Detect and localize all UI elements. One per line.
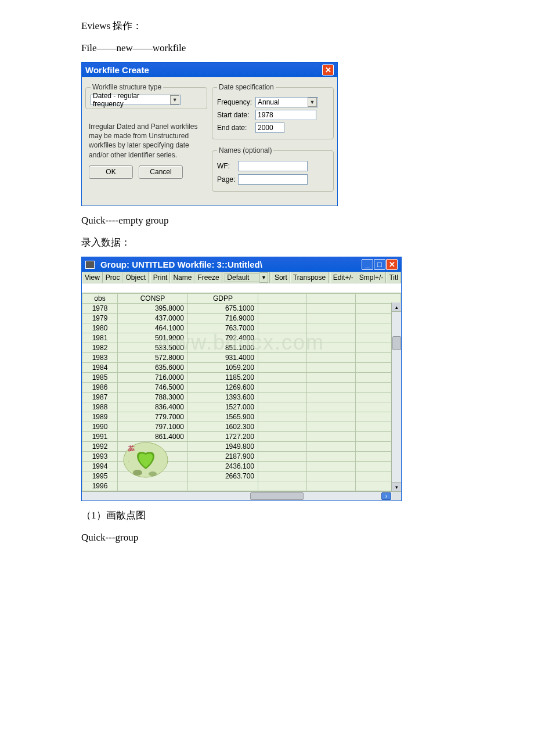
cell-obs[interactable]: 1995 [82,471,118,481]
cell-empty[interactable] [258,323,307,333]
wf-input[interactable] [238,161,308,171]
cell-empty[interactable] [258,314,307,323]
cell-consp[interactable]: 861.4000 [118,432,188,442]
cell-consp[interactable]: 464.1000 [118,323,188,333]
cell-empty[interactable] [258,412,307,422]
cell-obs[interactable]: 1987 [82,393,118,402]
cell-obs[interactable]: 1985 [82,373,118,383]
toolbar-titl[interactable]: Titl [386,272,401,283]
cancel-button[interactable]: Cancel [139,165,183,179]
ok-button[interactable]: OK [89,165,133,179]
cell-empty[interactable] [258,442,307,452]
cell-empty[interactable] [307,373,356,383]
scroll-up-icon[interactable]: ▴ [392,303,401,312]
cell-empty[interactable] [307,304,356,314]
edit-line[interactable] [82,283,401,293]
cell-empty[interactable] [307,442,356,452]
header-consp[interactable]: CONSP [118,294,188,304]
end-date-input[interactable] [255,123,284,133]
scroll-track[interactable] [392,312,401,482]
cell-obs[interactable]: 1988 [82,402,118,412]
hscroll-thumb[interactable] [250,492,304,500]
header-obs[interactable]: obs [82,294,118,304]
cell-empty[interactable] [258,462,307,471]
cell-consp[interactable]: 779.7000 [118,412,188,422]
cell-gdpp[interactable] [188,481,258,491]
close-icon[interactable]: ✕ [322,64,334,75]
cell-gdpp[interactable]: 931.4000 [188,353,258,363]
cell-empty[interactable] [258,452,307,462]
toolbar-proc[interactable]: Proc [103,272,123,283]
cell-empty[interactable] [258,363,307,373]
close-icon[interactable]: ✕ [386,259,398,270]
cell-empty[interactable] [307,383,356,393]
toolbar-view[interactable]: View [82,272,103,283]
cell-consp[interactable] [118,462,188,471]
start-date-input[interactable] [255,110,316,120]
toolbar-smpl[interactable]: Smpl+/- [356,272,387,283]
frequency-combo[interactable]: Annual ▼ [255,97,318,107]
cell-gdpp[interactable]: 1949.800 [188,442,258,452]
cell-consp[interactable]: 395.8000 [118,304,188,314]
cell-empty[interactable] [307,314,356,323]
toolbar-freeze[interactable]: Freeze [194,272,222,283]
page-input[interactable] [238,174,308,185]
cell-consp[interactable]: 797.1000 [118,422,188,432]
cell-empty[interactable] [307,452,356,462]
cell-gdpp[interactable]: 1527.000 [188,402,258,412]
cell-gdpp[interactable]: 1602.300 [188,422,258,432]
cell-empty[interactable] [258,432,307,442]
cell-empty[interactable] [307,402,356,412]
cell-consp[interactable]: 746.5000 [118,383,188,393]
toolbar-print[interactable]: Print [150,272,171,283]
cell-empty[interactable] [258,422,307,432]
cell-obs[interactable]: 1986 [82,383,118,393]
header-empty-1[interactable] [258,294,307,304]
cell-consp[interactable]: 788.3000 [118,393,188,402]
scroll-right-icon[interactable]: › [381,492,391,500]
minimize-icon[interactable]: _ [362,259,373,270]
toolbar-mode-combo[interactable]: Default ▼ [223,272,270,283]
cell-gdpp[interactable]: 851.1000 [188,343,258,353]
cell-gdpp[interactable]: 792.4000 [188,333,258,343]
cell-empty[interactable] [258,471,307,481]
toolbar-sort[interactable]: Sort [272,272,290,283]
cell-empty[interactable] [258,402,307,412]
vertical-scrollbar[interactable]: ▴ ▾ [391,303,401,491]
cell-gdpp[interactable]: 1185.200 [188,373,258,383]
scroll-down-icon[interactable]: ▾ [392,482,401,491]
cell-gdpp[interactable]: 2436.100 [188,462,258,471]
cell-empty[interactable] [258,304,307,314]
header-gdpp[interactable]: GDPP [188,294,258,304]
cell-gdpp[interactable]: 1565.900 [188,412,258,422]
scroll-thumb[interactable] [392,336,401,350]
cell-empty[interactable] [258,333,307,343]
cell-empty[interactable] [307,481,356,491]
cell-obs[interactable]: 1992 [82,442,118,452]
cell-gdpp[interactable]: 716.9000 [188,314,258,323]
cell-empty[interactable] [307,393,356,402]
cell-gdpp[interactable]: 2663.700 [188,471,258,481]
resize-corner[interactable] [392,491,401,501]
cell-empty[interactable] [258,343,307,353]
cell-consp[interactable]: 501.9000 [118,333,188,343]
cell-obs[interactable]: 1994 [82,462,118,471]
cell-gdpp[interactable]: 1269.600 [188,383,258,393]
header-empty-2[interactable] [307,294,356,304]
cell-consp[interactable]: 635.6000 [118,363,188,373]
cell-consp[interactable]: 572.8000 [118,353,188,363]
cell-obs[interactable]: 1982 [82,343,118,353]
cell-consp[interactable]: 716.0000 [118,373,188,383]
toolbar-transpose[interactable]: Transpose [290,272,329,283]
cell-consp[interactable]: 836.4000 [118,402,188,412]
cell-empty[interactable] [307,343,356,353]
cell-obs[interactable]: 1990 [82,422,118,432]
cell-empty[interactable] [307,353,356,363]
cell-obs[interactable]: 1980 [82,323,118,333]
cell-empty[interactable] [307,432,356,442]
cell-obs[interactable]: 1993 [82,452,118,462]
header-empty-3[interactable] [356,294,401,304]
cell-gdpp[interactable]: 1059.200 [188,363,258,373]
cell-consp[interactable] [118,471,188,481]
cell-empty[interactable] [258,481,307,491]
